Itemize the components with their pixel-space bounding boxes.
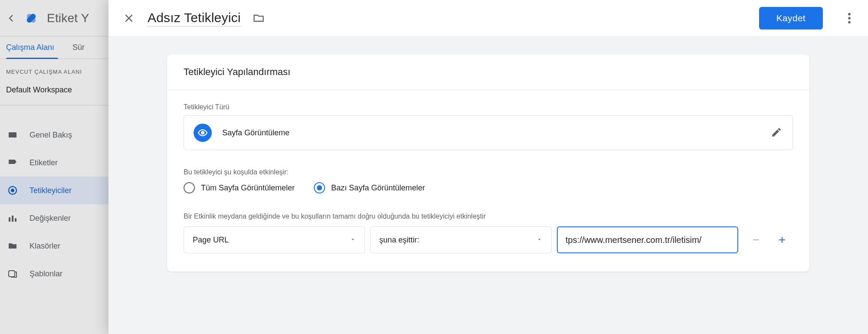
- radio-icon: [184, 182, 195, 193]
- svg-point-12: [201, 131, 204, 134]
- radio-label: Bazı Sayfa Görüntülemeler: [331, 183, 425, 193]
- radio-icon: [314, 182, 325, 193]
- svg-rect-6: [12, 216, 13, 222]
- save-button[interactable]: Kaydet: [759, 7, 823, 29]
- panel-header: Adsız Tetikleyici Kaydet: [108, 0, 868, 36]
- trigger-editor-panel: Adsız Tetikleyici Kaydet Tetikleyici Yap…: [108, 0, 868, 334]
- svg-point-4: [11, 189, 14, 192]
- condition-help-text: Bir Etkinlik meydana geldiğinde ve bu ko…: [184, 213, 793, 220]
- radio-some-pageviews[interactable]: Bazı Sayfa Görüntülemeler: [314, 182, 425, 193]
- pageview-icon: [194, 124, 212, 142]
- svg-point-9: [848, 13, 851, 16]
- sidebar-item-label: Tetikleyiciler: [30, 186, 72, 195]
- svg-point-11: [848, 21, 851, 24]
- tab-workspace[interactable]: Çalışma Alanı: [6, 36, 54, 59]
- edit-icon[interactable]: [771, 127, 783, 139]
- add-condition-button[interactable]: +: [774, 232, 790, 248]
- back-arrow-icon[interactable]: [3, 10, 20, 27]
- select-value: şuna eşittir:: [379, 236, 419, 245]
- condition-row: Page URL şuna eşittir: − +: [184, 226, 793, 253]
- trigger-type-selector[interactable]: Sayfa Görüntüleme: [184, 115, 793, 150]
- trigger-type-label: Tetikleyici Türü: [184, 103, 793, 111]
- chevron-down-icon: [350, 236, 356, 245]
- radio-label: Tüm Sayfa Görüntülemeler: [201, 183, 295, 193]
- tag-icon: [7, 157, 18, 168]
- bg-page-title: Etiket Y: [47, 11, 89, 25]
- close-button[interactable]: [120, 9, 138, 27]
- sidebar-item-label: Şablonlar: [30, 269, 62, 278]
- trigger-config-card: Tetikleyici Yapılandırması Tetikleyici T…: [167, 54, 809, 272]
- chevron-down-icon: [536, 236, 542, 245]
- fires-on-radios: Tüm Sayfa Görüntülemeler Bazı Sayfa Görü…: [184, 182, 793, 193]
- svg-rect-2: [9, 132, 16, 138]
- trigger-icon: [7, 185, 18, 196]
- condition-value-input[interactable]: [557, 226, 738, 253]
- remove-condition-button[interactable]: −: [748, 232, 764, 248]
- svg-rect-8: [9, 271, 15, 277]
- variable-icon: [7, 213, 18, 224]
- svg-rect-7: [15, 218, 16, 222]
- gtm-logo-icon: [22, 9, 41, 28]
- sidebar-item-label: Klasörler: [30, 242, 60, 251]
- folder-button[interactable]: [250, 10, 267, 26]
- sidebar-item-label: Etiketler: [30, 158, 58, 167]
- svg-rect-5: [9, 217, 10, 222]
- condition-variable-select[interactable]: Page URL: [184, 226, 365, 253]
- card-heading: Tetikleyici Yapılandırması: [167, 54, 809, 90]
- fires-on-label: Bu tetikleyici şu koşulda etkinleşir:: [184, 168, 793, 176]
- panel-body: Tetikleyici Yapılandırması Tetikleyici T…: [108, 36, 868, 334]
- select-value: Page URL: [193, 236, 229, 245]
- panel-title[interactable]: Adsız Tetikleyici: [148, 10, 241, 26]
- svg-rect-1: [26, 13, 36, 23]
- svg-point-10: [848, 17, 851, 20]
- dashboard-icon: [7, 129, 18, 141]
- trigger-type-name: Sayfa Görüntüleme: [222, 128, 760, 138]
- tab-versions[interactable]: Sür: [72, 36, 85, 59]
- sidebar-item-label: Genel Bakış: [30, 131, 72, 140]
- template-icon: [7, 268, 18, 279]
- radio-all-pageviews[interactable]: Tüm Sayfa Görüntülemeler: [184, 182, 295, 193]
- more-menu-button[interactable]: [840, 9, 858, 27]
- folder-icon: [7, 240, 18, 252]
- condition-operator-select[interactable]: şuna eşittir:: [370, 226, 552, 253]
- sidebar-item-label: Değişkenler: [30, 214, 71, 223]
